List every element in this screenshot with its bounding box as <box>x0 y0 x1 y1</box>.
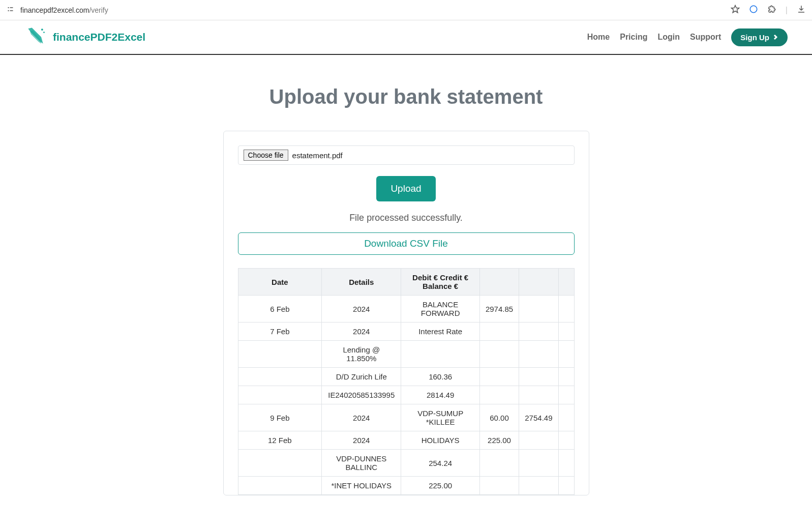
table-row: D/D Zurich Life160.36 <box>238 368 574 386</box>
extension-shield-icon[interactable] <box>749 5 758 16</box>
table-cell <box>558 477 574 495</box>
browser-address-bar: financepdf2excel.com/verify | <box>0 0 812 20</box>
logo-icon <box>24 25 47 49</box>
table-row: 6 Feb2024BALANCE FORWARD2974.85 <box>238 296 574 322</box>
table-cell: 6 Feb <box>238 296 322 322</box>
url-display[interactable]: financepdf2excel.com/verify <box>20 6 108 14</box>
table-cell: 225.00 <box>401 477 479 495</box>
table-cell <box>519 296 558 322</box>
table-cell <box>479 477 519 495</box>
selected-file-name: estatement.pdf <box>292 151 343 160</box>
col-details: Details <box>322 269 401 296</box>
table-cell <box>558 296 574 322</box>
table-cell <box>479 341 519 368</box>
table-cell <box>401 341 479 368</box>
table-row: VDP-DUNNES BALLINC254.24 <box>238 450 574 477</box>
divider: | <box>786 6 788 15</box>
table-cell <box>479 322 519 341</box>
signup-label: Sign Up <box>740 33 769 42</box>
table-cell: 160.36 <box>401 368 479 386</box>
nav-pricing[interactable]: Pricing <box>620 33 647 42</box>
table-row: 9 Feb2024VDP-SUMUP *KILLEE60.002754.49 <box>238 404 574 431</box>
table-cell: BALANCE FORWARD <box>401 296 479 322</box>
table-cell <box>558 404 574 431</box>
nav-home[interactable]: Home <box>587 33 610 42</box>
table-cell <box>519 477 558 495</box>
table-cell: 2024 <box>322 322 401 341</box>
table-cell <box>519 450 558 477</box>
table-cell <box>519 386 558 404</box>
table-cell: Interest Rate <box>401 322 479 341</box>
table-row: 7 Feb2024Interest Rate <box>238 322 574 341</box>
download-csv-button[interactable]: Download CSV File <box>238 232 575 255</box>
page-title: Upload your bank statement <box>142 85 671 108</box>
table-cell <box>238 450 322 477</box>
table-cell <box>558 368 574 386</box>
table-cell: 7 Feb <box>238 322 322 341</box>
table-cell: 254.24 <box>401 450 479 477</box>
table-row: *INET HOLIDAYS225.00 <box>238 477 574 495</box>
brand-name: financePDF2Excel <box>53 31 145 43</box>
brand[interactable]: financePDF2Excel <box>24 25 145 49</box>
table-cell <box>238 368 322 386</box>
nav-support[interactable]: Support <box>690 33 721 42</box>
table-cell <box>558 341 574 368</box>
nav-login[interactable]: Login <box>657 33 680 42</box>
choose-file-button[interactable]: Choose file <box>244 150 288 161</box>
col-date: Date <box>238 269 322 296</box>
table-cell: *INET HOLIDAYS <box>322 477 401 495</box>
upload-button[interactable]: Upload <box>376 176 435 201</box>
col-extra1 <box>479 269 519 296</box>
table-cell <box>558 386 574 404</box>
table-cell: 12 Feb <box>238 431 322 450</box>
table-row: Lending @ 11.850% <box>238 341 574 368</box>
signup-button[interactable]: Sign Up <box>731 28 788 46</box>
table-cell: 60.00 <box>479 404 519 431</box>
site-settings-icon[interactable] <box>6 5 15 15</box>
table-cell <box>519 322 558 341</box>
col-extra2 <box>519 269 558 296</box>
table-cell <box>519 341 558 368</box>
table-cell: 2814.49 <box>401 386 479 404</box>
table-cell <box>238 477 322 495</box>
table-cell <box>238 341 322 368</box>
chevron-right-icon <box>772 34 778 40</box>
svg-point-7 <box>43 32 45 33</box>
table-cell: 2754.49 <box>519 404 558 431</box>
results-table: Date Details Debit € Credit € Balance € … <box>238 268 575 495</box>
table-header-row: Date Details Debit € Credit € Balance € <box>238 269 574 296</box>
table-cell <box>479 450 519 477</box>
upload-card: Choose file estatement.pdf Upload File p… <box>223 131 589 495</box>
results-table-wrap: Date Details Debit € Credit € Balance € … <box>238 268 575 495</box>
table-cell: HOLIDAYS <box>401 431 479 450</box>
table-cell <box>558 322 574 341</box>
table-cell: 2024 <box>322 404 401 431</box>
col-amounts: Debit € Credit € Balance € <box>401 269 479 296</box>
status-message: File processed successfully. <box>224 213 589 223</box>
bookmark-star-icon[interactable] <box>731 5 740 16</box>
table-cell: Lending @ 11.850% <box>322 341 401 368</box>
svg-point-5 <box>750 6 757 13</box>
extensions-puzzle-icon[interactable] <box>767 5 776 16</box>
svg-marker-4 <box>731 5 739 12</box>
col-extra3 <box>558 269 574 296</box>
file-input-row: Choose file estatement.pdf <box>238 145 575 165</box>
main-content: Upload your bank statement Choose file e… <box>132 55 681 495</box>
table-cell <box>519 431 558 450</box>
table-cell: 2024 <box>322 431 401 450</box>
table-cell: VDP-DUNNES BALLINC <box>322 450 401 477</box>
table-cell: 225.00 <box>479 431 519 450</box>
svg-point-6 <box>41 28 43 31</box>
table-cell: 2974.85 <box>479 296 519 322</box>
table-cell: 2024 <box>322 296 401 322</box>
table-cell: 9 Feb <box>238 404 322 431</box>
table-cell <box>479 386 519 404</box>
table-cell <box>238 386 322 404</box>
table-cell <box>479 368 519 386</box>
table-cell: VDP-SUMUP *KILLEE <box>401 404 479 431</box>
site-header: financePDF2Excel Home Pricing Login Supp… <box>0 20 812 55</box>
svg-point-1 <box>8 10 9 11</box>
download-icon[interactable] <box>797 5 806 16</box>
table-cell <box>558 431 574 450</box>
table-row: 12 Feb2024HOLIDAYS225.00 <box>238 431 574 450</box>
